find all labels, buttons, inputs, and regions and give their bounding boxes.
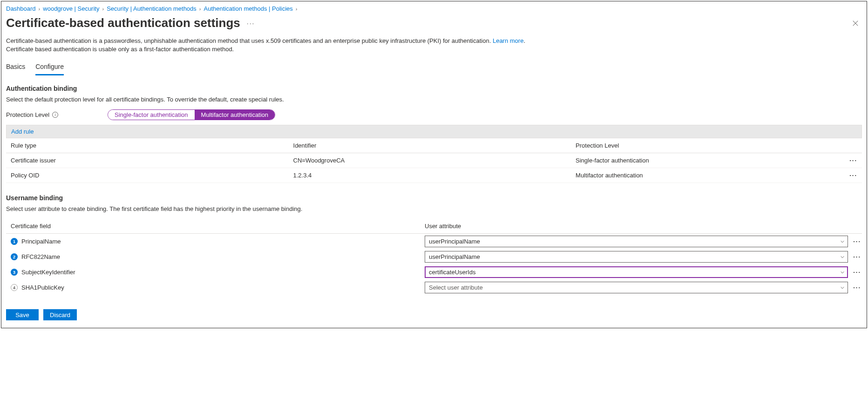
cert-field-name: RFC822Name [21,253,60,260]
chevron-right-icon: › [39,6,41,12]
user-attribute-select[interactable]: userPrincipalName [425,251,848,263]
title-more-menu[interactable]: ··· [247,20,255,27]
table-row: 1PrincipalNameuserPrincipalName··· [6,234,862,250]
priority-badge: 4 [11,284,18,291]
user-attribute-select[interactable]: userPrincipalName [425,236,848,247]
rule-identifier: 1.2.3.4 [289,168,571,183]
rule-identifier: CN=WoodgroveCA [289,153,571,168]
protection-level-pillset: Single-factor authentication Multifactor… [108,109,275,120]
description-text-1: Certificate-based authentication is a pa… [6,37,493,44]
cert-field-cell: 2RFC822Name [11,253,419,260]
cert-field-cell: 3SubjectKeyIdentifier [11,269,419,276]
tab-basics[interactable]: Basics [6,60,25,75]
cert-field-name: PrincipalName [21,238,61,245]
priority-badge: 1 [11,238,18,245]
save-button[interactable]: Save [6,309,39,320]
description-text-2: Certificate based authentication is usab… [6,46,234,53]
row-more-menu[interactable]: ··· [848,264,862,280]
chevron-right-icon: › [199,6,201,12]
breadcrumb-link-dashboard[interactable]: Dashboard [6,5,36,12]
select-value: userPrincipalName [429,238,480,245]
breadcrumb-link-policies[interactable]: Authentication methods | Policies [204,5,293,12]
cert-field-name: SubjectKeyIdentifier [21,269,75,276]
protection-level-row: Protection Level i Single-factor authent… [6,109,862,120]
rule-type: Policy OID [6,168,289,183]
cert-field-cell: 1PrincipalName [11,238,419,245]
user-attribute-select[interactable]: certificateUserIds [425,266,848,278]
select-value: Select user attribute [429,284,483,291]
learn-more-link[interactable]: Learn more [493,37,523,44]
tabs: Basics Configure [6,60,862,75]
chevron-down-icon [840,285,845,290]
title-row: Certificate-based authentication setting… [6,14,862,37]
cert-field-cell: 4SHA1PublicKey [11,284,419,291]
username-binding-table: Certificate field User attribute 1Princi… [6,219,862,295]
discard-button[interactable]: Discard [43,309,77,320]
auth-binding-heading: Authentication binding [6,85,862,92]
close-button[interactable] [849,17,862,30]
page-title: Certificate-based authentication setting… [6,16,240,30]
row-more-menu[interactable]: ··· [848,234,862,250]
rule-level: Multifactor authentication [571,168,845,183]
title-left: Certificate-based authentication setting… [6,16,255,30]
table-row: 4SHA1PublicKeySelect user attribute··· [6,280,862,295]
table-row: 2RFC822NameuserPrincipalName··· [6,249,862,264]
protection-level-label: Protection Level i [6,111,104,118]
chevron-down-icon [840,270,845,275]
rule-type: Certificate issuer [6,153,289,168]
rules-header-identifier: Identifier [289,138,571,153]
select-value: userPrincipalName [429,253,480,260]
page-root: Dashboard › woodgrove | Security › Secur… [1,1,867,328]
row-more-menu[interactable]: ··· [848,249,862,264]
chevron-right-icon: › [102,6,104,12]
table-row: 3SubjectKeyIdentifiercertificateUserIds·… [6,264,862,280]
chevron-down-icon [840,239,845,244]
row-more-menu[interactable]: ··· [845,153,862,168]
table-row: Certificate issuer CN=WoodgroveCA Single… [6,153,862,168]
rule-level: Single-factor authentication [571,153,845,168]
breadcrumb: Dashboard › woodgrove | Security › Secur… [6,5,862,14]
priority-badge: 3 [11,269,18,276]
priority-badge: 2 [11,253,18,260]
tab-configure[interactable]: Configure [35,60,64,75]
cert-field-name: SHA1PublicKey [21,284,64,291]
rules-header-type: Rule type [6,138,289,153]
add-rule-bar: Add rule [6,125,862,138]
pill-single-factor[interactable]: Single-factor authentication [108,110,195,120]
add-rule-link[interactable]: Add rule [11,128,34,135]
user-attribute-select[interactable]: Select user attribute [425,282,848,293]
user-binding-heading: Username binding [6,194,862,202]
rules-header-level: Protection Level [571,138,845,153]
row-more-menu[interactable]: ··· [845,168,862,183]
auth-binding-desc: Select the default protection level for … [6,96,862,103]
rules-table: Rule type Identifier Protection Level Ce… [6,138,862,183]
breadcrumb-link-security[interactable]: Security | Authentication methods [107,5,197,12]
breadcrumb-link-woodgrove[interactable]: woodgrove | Security [43,5,99,12]
user-binding-desc: Select user attribute to create binding.… [6,205,862,212]
table-row: Policy OID 1.2.3.4 Multifactor authentic… [6,168,862,183]
chevron-down-icon [840,255,845,259]
u-header-attr: User attribute [420,219,848,234]
select-value: certificateUserIds [429,269,475,276]
footer: Save Discard [6,295,862,320]
chevron-right-icon: › [296,6,298,12]
description: Certificate-based authentication is a pa… [6,37,862,54]
pill-multi-factor[interactable]: Multifactor authentication [195,110,275,120]
info-icon[interactable]: i [52,112,58,118]
row-more-menu[interactable]: ··· [848,280,862,295]
u-header-cert: Certificate field [6,219,420,234]
close-icon [852,20,859,27]
